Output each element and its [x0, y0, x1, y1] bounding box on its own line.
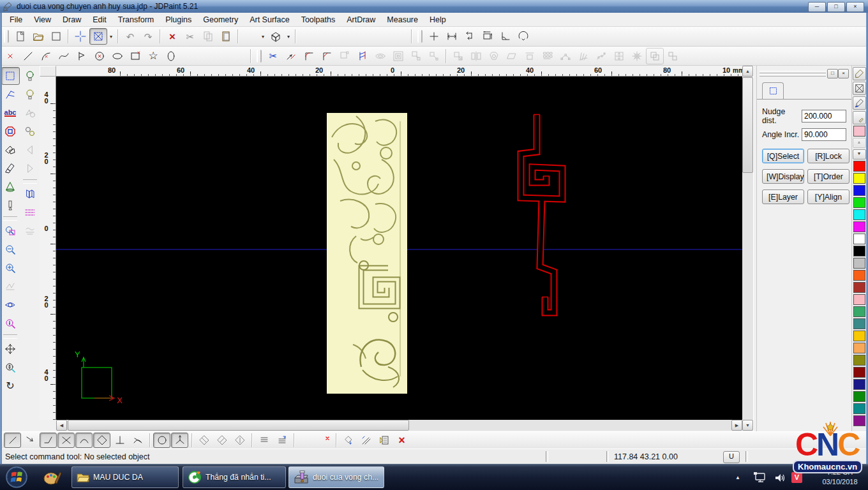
text-tool-button[interactable]: abc: [1, 104, 20, 122]
snap-center-button[interactable]: [153, 433, 170, 448]
measure-point-button[interactable]: [425, 28, 443, 45]
menu-transform[interactable]: Transform: [112, 13, 160, 26]
snap-nearest-button[interactable]: [22, 433, 39, 448]
swatch-select-button[interactable]: [853, 82, 866, 95]
menu-file[interactable]: File: [4, 13, 28, 26]
relief-tool-button[interactable]: [1, 178, 20, 196]
menu-plugins[interactable]: Plugins: [160, 13, 197, 26]
skew-button[interactable]: [503, 48, 521, 64]
view-cube-button[interactable]: [267, 28, 285, 45]
toolbar-grip[interactable]: [257, 50, 262, 63]
display-button[interactable]: [W]Display: [762, 169, 804, 184]
pick-remove-button[interactable]: [315, 433, 333, 448]
swap-visibility-button[interactable]: [21, 122, 40, 140]
color-swatch[interactable]: [853, 221, 865, 232]
maximize-button[interactable]: □: [827, 2, 845, 12]
color-swatch[interactable]: [853, 294, 865, 305]
color-swatch[interactable]: [853, 173, 865, 184]
snap-list-button[interactable]: [375, 433, 393, 448]
minimize-button[interactable]: ─: [808, 2, 826, 12]
draw-ellipse-button[interactable]: [108, 48, 126, 64]
show-selected-button[interactable]: [21, 85, 40, 103]
cut-button[interactable]: ✂: [181, 28, 199, 45]
draw-curve-button[interactable]: [55, 48, 73, 64]
color-swatch[interactable]: [853, 246, 865, 256]
start-button[interactable]: [5, 466, 28, 490]
color-swatch[interactable]: [853, 343, 865, 353]
lock-button[interactable]: [R]Lock: [807, 149, 849, 163]
measure-distance-button[interactable]: [443, 28, 461, 45]
brush-tool-button[interactable]: [1, 160, 20, 177]
pick-point-button[interactable]: [297, 433, 315, 448]
palette-scroll-up[interactable]: ▲: [853, 138, 866, 148]
relief-dome-button[interactable]: [299, 28, 317, 45]
measure-arc-button[interactable]: [514, 28, 532, 45]
draw-oval-button[interactable]: [162, 48, 180, 64]
snap-arc-button[interactable]: [75, 433, 93, 448]
refresh-view-button[interactable]: ↻: [1, 377, 20, 395]
weld-button[interactable]: [21, 222, 40, 240]
select-tool-button[interactable]: [1, 67, 20, 85]
stack-bottom-button[interactable]: [255, 433, 273, 448]
paste-button[interactable]: [217, 28, 235, 45]
flip-button[interactable]: [521, 48, 539, 64]
stack-top-button[interactable]: [273, 433, 290, 448]
nudge-dist-input[interactable]: [802, 110, 846, 122]
toolbar-grip[interactable]: [417, 30, 423, 43]
grid-plane-xz-button[interactable]: [213, 433, 230, 448]
color-swatch[interactable]: [853, 185, 865, 196]
node-edit-tool-button[interactable]: [1, 85, 20, 103]
menu-help[interactable]: Help: [424, 13, 452, 26]
scroll-right-button[interactable]: ▶: [731, 420, 742, 431]
title-bar[interactable]: duoi cua vong chuyen anh huy sua.jdp - J…: [0, 0, 868, 13]
draw-star-button[interactable]: ☆: [144, 48, 162, 64]
select-mode-button[interactable]: [89, 28, 107, 45]
color-swatch[interactable]: [853, 282, 865, 293]
redo-button[interactable]: ↷: [139, 28, 157, 45]
prev-object-button[interactable]: [21, 141, 40, 159]
vietkey-tray-icon[interactable]: V: [791, 464, 802, 490]
order-button[interactable]: [T]Order: [807, 169, 849, 184]
draw-line-button[interactable]: [19, 48, 37, 64]
ring-button[interactable]: [371, 48, 389, 64]
draw-arc-button[interactable]: [37, 48, 55, 64]
zoom-out-button[interactable]: [1, 241, 20, 258]
snap-move-button[interactable]: [340, 433, 357, 448]
fan-button[interactable]: [574, 48, 592, 64]
current-color-swatch[interactable]: [853, 126, 865, 137]
fit-arc-button[interactable]: [557, 48, 574, 64]
layers-button[interactable]: [21, 185, 40, 203]
show-all-button[interactable]: [21, 67, 40, 85]
relief-shield-button[interactable]: [317, 28, 334, 45]
menu-draw[interactable]: Draw: [57, 13, 87, 26]
pan-tool-button[interactable]: [1, 340, 20, 358]
snap-intersection-button[interactable]: [57, 433, 75, 448]
measure-dimension-button[interactable]: [479, 28, 497, 45]
snap-coordinate-button[interactable]: [171, 433, 188, 448]
origin-crosshair-button[interactable]: [71, 28, 89, 45]
volume-tray-icon[interactable]: [774, 464, 786, 490]
color-picker-button[interactable]: [853, 96, 866, 110]
explode-button[interactable]: [628, 48, 646, 64]
taskbar-jdpaint-window[interactable]: duoi cua vong ch...: [288, 466, 384, 488]
fill-tool-button[interactable]: [1, 141, 20, 159]
scroll-up-button[interactable]: ▲: [742, 66, 753, 77]
zoom-dynamic-button[interactable]: [1, 359, 20, 376]
zoom-region-button[interactable]: [1, 222, 20, 240]
grid-plane-xy-button[interactable]: [195, 433, 213, 448]
snap-endpoint-button[interactable]: [4, 433, 21, 448]
snap-perpendicular-button[interactable]: [111, 433, 128, 448]
ungroup-button[interactable]: [664, 48, 682, 64]
menu-artdraw[interactable]: ArtDraw: [341, 13, 381, 26]
next-object-button[interactable]: [21, 160, 40, 177]
layer-button[interactable]: [E]Layer: [762, 189, 804, 204]
color-swatch[interactable]: [853, 379, 865, 390]
color-swatch[interactable]: [853, 197, 865, 208]
unit-toggle-button[interactable]: U: [723, 451, 740, 463]
panel-close-button[interactable]: ×: [838, 69, 849, 78]
guides-button[interactable]: [21, 204, 40, 221]
resize-button[interactable]: [449, 48, 467, 64]
color-swatch[interactable]: [853, 367, 865, 378]
save-button[interactable]: [47, 28, 65, 45]
color-swatch[interactable]: [853, 403, 865, 414]
